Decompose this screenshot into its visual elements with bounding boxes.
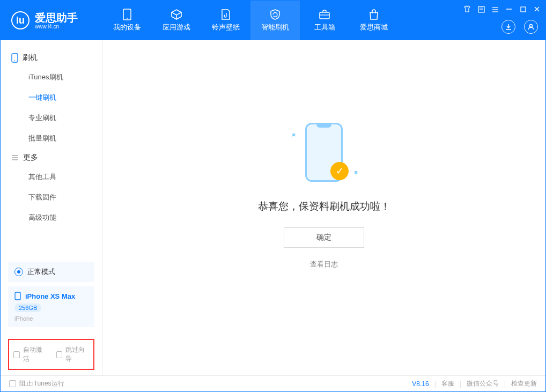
sidebar-item-pro-flash[interactable]: 专业刷机 — [1, 108, 102, 128]
device-name-row: iPhone XS Max — [14, 292, 88, 300]
device-box[interactable]: iPhone XS Max 256GB iPhone — [8, 286, 94, 327]
device-name: iPhone XS Max — [25, 292, 75, 300]
svg-rect-11 — [521, 7, 526, 12]
separator: | — [434, 380, 436, 388]
svg-rect-20 — [15, 292, 20, 300]
app-url: www.i4.cn — [35, 24, 78, 29]
list-icon — [11, 154, 19, 161]
tab-store[interactable]: 爱思商城 — [349, 1, 399, 40]
checkbox-icon — [13, 351, 20, 358]
separator: | — [460, 380, 461, 388]
shirt-icon[interactable] — [463, 5, 471, 13]
bag-icon — [368, 9, 380, 20]
footer-link-update[interactable]: 检查更新 — [511, 379, 537, 388]
sidebar-item-download-firmware[interactable]: 下载固件 — [1, 187, 102, 208]
logo-icon: iu — [11, 11, 29, 29]
user-icon[interactable] — [524, 20, 538, 34]
footer-link-support[interactable]: 客服 — [441, 379, 454, 388]
sidebar-item-itunes-flash[interactable]: iTunes刷机 — [1, 67, 102, 87]
checkbox-block-itunes[interactable]: 阻止iTunes运行 — [9, 379, 64, 388]
check-label: 自动激活 — [23, 345, 47, 364]
minimize-button[interactable] — [505, 5, 513, 13]
tab-apps-games[interactable]: 应用游戏 — [152, 1, 201, 40]
footer: 阻止iTunes运行 V8.16 | 客服 | 微信公众号 | 检查更新 — [1, 375, 545, 391]
sparkle-icon: ✦ — [351, 167, 361, 178]
version-label: V8.16 — [412, 380, 429, 388]
sidebar-section-more: 更多 — [1, 149, 102, 167]
tab-my-device[interactable]: 我的设备 — [102, 1, 152, 40]
separator: | — [504, 380, 506, 388]
mode-indicator-icon — [14, 268, 23, 276]
tab-toolbox[interactable]: 工具箱 — [300, 1, 349, 40]
sidebar-item-advanced[interactable]: 高级功能 — [1, 208, 102, 228]
tab-label: 工具箱 — [314, 23, 335, 32]
footer-right: V8.16 | 客服 | 微信公众号 | 检查更新 — [412, 379, 537, 388]
cube-icon — [171, 9, 182, 20]
device-type: iPhone — [14, 315, 88, 322]
svg-point-14 — [530, 25, 533, 27]
check-label: 阻止iTunes运行 — [19, 379, 64, 388]
checkbox-icon — [9, 380, 16, 387]
close-button[interactable] — [533, 5, 541, 13]
device-small-icon — [14, 292, 21, 300]
app-name: 爱思助手 — [35, 12, 78, 24]
success-illustration: ✦ ✓ ✦ — [281, 115, 367, 190]
download-icon[interactable] — [501, 20, 515, 34]
section-title: 更多 — [23, 153, 38, 162]
ok-button[interactable]: 确定 — [284, 227, 364, 248]
view-log-link[interactable]: 查看日志 — [310, 260, 338, 269]
svg-point-16 — [14, 60, 16, 61]
note-icon[interactable] — [477, 5, 485, 13]
check-badge-icon: ✓ — [330, 162, 349, 180]
refresh-shield-icon — [269, 9, 281, 20]
checkbox-skip-guide[interactable]: 跳过向导 — [56, 345, 90, 364]
sidebar-section-flash: 刷机 — [1, 49, 102, 67]
music-file-icon — [220, 9, 232, 20]
tab-ringtone-wallpaper[interactable]: 铃声壁纸 — [201, 1, 250, 40]
checkbox-auto-activate[interactable]: 自动激活 — [13, 345, 47, 364]
logo-area: iu 爱思助手 www.i4.cn — [1, 1, 102, 40]
tab-label: 应用游戏 — [163, 23, 190, 32]
footer-link-wechat[interactable]: 微信公众号 — [467, 379, 499, 388]
device-icon — [121, 9, 133, 20]
check-label: 跳过向导 — [65, 345, 89, 364]
mode-box[interactable]: 正常模式 — [8, 262, 94, 282]
nav-tabs: 我的设备 应用游戏 铃声壁纸 智能刷机 工具箱 爱思商城 — [102, 1, 399, 40]
svg-rect-2 — [320, 12, 329, 19]
highlighted-checks-row: 自动激活 跳过向导 — [8, 339, 94, 370]
header-action-icons — [501, 20, 538, 34]
sidebar-item-batch-flash[interactable]: 批量刷机 — [1, 128, 102, 149]
device-capacity: 256GB — [14, 304, 41, 312]
app-header: iu 爱思助手 www.i4.cn 我的设备 应用游戏 铃声壁纸 智能刷机 工具… — [1, 1, 545, 40]
logo-text: 爱思助手 www.i4.cn — [35, 12, 78, 29]
success-message: 恭喜您，保资料刷机成功啦！ — [258, 199, 390, 213]
svg-point-1 — [127, 18, 128, 19]
sidebar-bottom: 正常模式 iPhone XS Max 256GB iPhone 自动激活 跳过向… — [1, 257, 102, 375]
tab-label: 爱思商城 — [360, 23, 388, 32]
checkbox-icon — [56, 351, 63, 358]
sidebar: 刷机 iTunes刷机 一键刷机 专业刷机 批量刷机 更多 其他工具 下载固件 … — [1, 40, 102, 375]
tab-label: 铃声壁纸 — [212, 23, 240, 32]
tab-label: 智能刷机 — [261, 23, 289, 32]
sidebar-item-onekey-flash[interactable]: 一键刷机 — [1, 87, 102, 108]
window-controls — [463, 5, 541, 13]
sidebar-item-other-tools[interactable]: 其他工具 — [1, 167, 102, 187]
section-title: 刷机 — [23, 53, 38, 63]
main-content: ✦ ✓ ✦ 恭喜您，保资料刷机成功啦！ 确定 查看日志 — [102, 40, 545, 375]
footer-left: 阻止iTunes运行 — [9, 379, 64, 388]
tab-label: 我的设备 — [113, 23, 141, 32]
phone-icon — [11, 53, 18, 63]
toolbox-icon — [319, 9, 330, 20]
maximize-button[interactable] — [519, 5, 527, 13]
menu-icon[interactable] — [491, 5, 499, 13]
tab-smart-flash[interactable]: 智能刷机 — [250, 1, 300, 40]
sparkle-icon: ✦ — [289, 130, 299, 140]
mode-label: 正常模式 — [27, 267, 55, 277]
body: 刷机 iTunes刷机 一键刷机 专业刷机 批量刷机 更多 其他工具 下载固件 … — [1, 40, 545, 375]
